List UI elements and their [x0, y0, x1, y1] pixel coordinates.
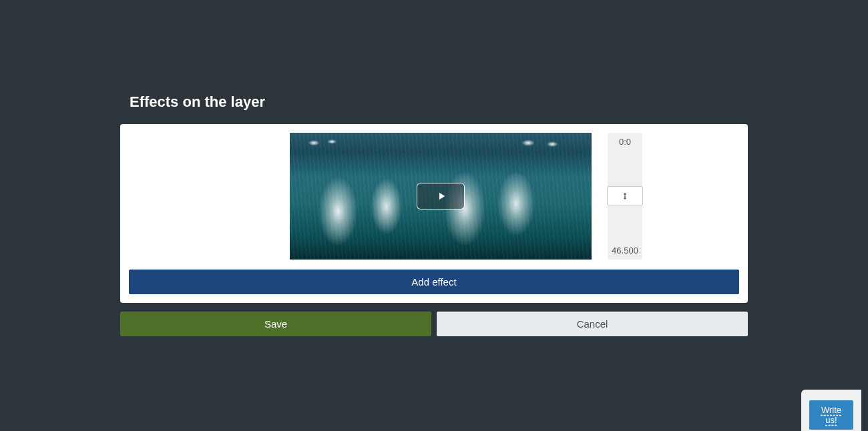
timeline-slider[interactable]: 0:0 46.500 [608, 133, 642, 260]
timeline-start-label: 0:0 [608, 133, 642, 186]
play-icon [435, 190, 447, 202]
page-title: Effects on the layer [130, 93, 748, 111]
resize-vertical-icon [621, 191, 629, 201]
timeline-handle[interactable] [607, 186, 643, 206]
preview-row: 0:0 46.500 [129, 133, 739, 260]
timeline-end-label: 46.500 [608, 206, 642, 260]
video-preview[interactable] [290, 133, 592, 260]
play-button[interactable] [417, 183, 465, 209]
effects-panel: 0:0 46.500 Add effect [120, 124, 748, 303]
write-us-button[interactable]: Write us! [809, 400, 853, 430]
add-effect-button[interactable]: Add effect [129, 270, 739, 294]
cancel-button[interactable]: Cancel [437, 312, 748, 336]
write-us-tab: Write us! [801, 390, 861, 431]
action-row: Save Cancel [120, 312, 748, 336]
save-button[interactable]: Save [120, 312, 431, 336]
